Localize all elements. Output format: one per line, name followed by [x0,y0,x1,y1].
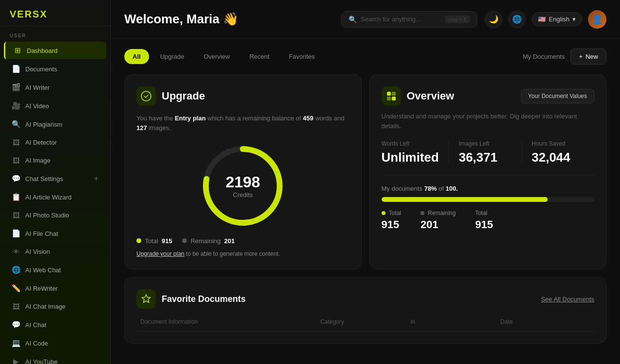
chevron-down-icon: ▾ [572,16,576,23]
globe-icon: 🌐 [512,15,522,24]
circle-center: 2198 Credits [226,173,260,199]
remaining-legend: Remaining 201 [182,237,235,245]
sidebar-item-ai-youtube[interactable]: ▶ AI YouTube [4,353,106,364]
sidebar-label-ai-file-chat: AI File Chat [25,230,99,237]
favorites-icon [136,289,156,309]
flag-icon: 🇺🇸 [538,16,546,23]
overview-card-icon [382,86,401,106]
tab-overview[interactable]: Overview [196,49,238,64]
ai-chat-icon: 💬 [12,320,20,329]
welcome-message: Welcome, Maria 👋 [124,12,334,27]
sidebar-label-documents: Documents [25,66,99,73]
overview-card-header: Overview Your Document Values [382,86,595,106]
language-label: English [549,16,570,23]
remaining-dot [182,238,187,243]
sidebar-label-ai-web-chat: AI Web Chat [25,266,99,274]
favorites-header: Favorite Documents See All Documents [136,289,594,309]
logo: VERSX [10,9,101,20]
stat-images-left: Images Left 36,371 [449,140,522,165]
page-content: All Upgrade Overview Recent Favorites My… [111,39,620,364]
header: Welcome, Maria 👋 🔍 Search for anything..… [111,0,620,39]
avatar-emoji: 👤 [592,14,603,25]
sidebar-item-ai-plagiarism[interactable]: 🔍 AI Plagiarism [4,116,106,133]
ai-video-icon: 🎥 [12,101,20,110]
docs-legend-total2: Total 915 [475,210,493,231]
docs-total2-value: 915 [475,218,493,231]
sidebar-label-ai-article-wizard: AI Article Wizard [25,194,99,201]
sidebar-item-ai-chat[interactable]: 💬 AI Chat [4,316,106,333]
circular-progress-area: 2198 Credits [136,142,350,230]
svg-rect-6 [392,97,396,100]
remaining-legend-dot [420,211,424,215]
sidebar-item-dashboard[interactable]: ⊞ Dashboard [4,42,106,59]
sidebar-item-ai-chat-image[interactable]: 🖼 AI Chat Image [4,298,106,315]
logo-area: VERSX [0,0,110,26]
docs-total-value: 915 [382,218,401,231]
ai-file-chat-icon: 📄 [12,229,20,238]
total-legend: Total 915 [136,237,172,245]
sidebar-label-dashboard: Dashboard [27,47,99,54]
sidebar-item-documents[interactable]: 📄 Documents [4,60,106,78]
chat-settings-icon: 💬 [12,174,20,183]
filter-tabs: All Upgrade Overview Recent Favorites My… [124,49,606,65]
circular-progress: 2198 Credits [199,142,286,230]
tab-all[interactable]: All [124,49,149,64]
col-document-info: Document Information [140,318,320,325]
sidebar-item-ai-vision[interactable]: 👁 AI Vision [4,243,106,260]
progress-legend: Total 915 Remaining 201 [136,237,350,245]
sidebar-item-ai-code[interactable]: 💻 AI Code [4,334,106,352]
docs-progress-section: My documents 78% of 100. Total 915 [382,185,595,231]
my-documents-link[interactable]: My Documents [523,53,565,60]
sidebar-item-ai-rewriter[interactable]: ✏️ AI ReWriter [4,280,106,297]
sidebar-item-ai-video[interactable]: 🎥 AI Video [4,97,106,115]
favorites-title-area: Favorite Documents [136,289,246,309]
overview-title: Overview [407,90,454,102]
hours-saved-label: Hours Saved [532,140,585,147]
your-document-values-button[interactable]: Your Document Values [521,89,594,103]
overview-description: Understand and manage your projects bett… [382,112,595,131]
tab-upgrade[interactable]: Upgrade [152,49,193,64]
ai-code-icon: 💻 [12,339,20,347]
sidebar-item-ai-detector[interactable]: 🖼 AI Detector [4,134,106,151]
sidebar-section-user: USER [0,26,110,41]
upgrade-subtitle: You have the Entry plan which has a rema… [136,114,350,132]
upgrade-card-header: Upgrade [136,86,350,106]
tab-favorites[interactable]: Favorites [281,49,323,64]
upgrade-title: Upgrade [162,90,205,102]
language-selector[interactable]: 🇺🇸 English ▾ [532,12,582,26]
see-all-documents-link[interactable]: See All Documents [541,296,594,303]
search-input[interactable]: Search for anything... [361,16,440,23]
total-legend-dot [382,211,385,215]
user-avatar[interactable]: 👤 [588,10,606,29]
upgrade-suffix: to be able to generate more content. [186,250,280,257]
sidebar-item-ai-web-chat[interactable]: 🌐 AI Web Chat [4,261,106,279]
stat-hours-saved: Hours Saved 32,044 [522,140,594,165]
sidebar-item-ai-photo-studio[interactable]: 🖼 AI Photo Studio [4,207,106,224]
search-icon: 🔍 [349,16,357,23]
globe-button[interactable]: 🌐 [508,11,526,28]
sidebar-item-chat-settings[interactable]: 💬 Chat Settings + [4,170,106,187]
svg-point-0 [141,91,151,101]
tab-recent[interactable]: Recent [241,49,278,64]
upgrade-plan-link[interactable]: Upgrade your plan [136,250,184,257]
sidebar-item-ai-file-chat[interactable]: 📄 AI File Chat [4,225,106,242]
new-button[interactable]: + New [570,49,606,65]
search-bar[interactable]: 🔍 Search for anything... cmd + E [341,11,477,28]
ai-rewriter-icon: ✏️ [12,284,20,293]
dark-mode-button[interactable]: 🌙 [485,11,503,28]
docs-remaining-value: 201 [420,218,456,231]
sidebar-label-ai-detector: AI Detector [25,139,99,146]
overview-title-area: Overview [382,86,454,106]
svg-rect-3 [387,92,391,96]
upgrade-card: Upgrade You have the Entry plan which ha… [124,74,362,269]
sidebar-label-ai-code: AI Code [25,340,99,347]
favorites-card: Favorite Documents See All Documents Doc… [124,277,606,344]
overview-card: Overview Your Document Values Understand… [369,74,607,269]
sidebar-label-ai-chat: AI Chat [25,321,99,329]
sidebar-item-ai-writer[interactable]: 🎬 AI Writer [4,79,106,96]
sidebar-item-ai-article-wizard[interactable]: 📋 AI Article Wizard [4,188,106,206]
images-left-label: Images Left [459,140,512,147]
stats-row: Words Left Unlimited Images Left 36,371 … [382,140,595,175]
upgrade-link-text: Upgrade your plan to be able to generate… [136,250,350,257]
sidebar-item-ai-image[interactable]: 🖼 AI Image [4,152,106,169]
